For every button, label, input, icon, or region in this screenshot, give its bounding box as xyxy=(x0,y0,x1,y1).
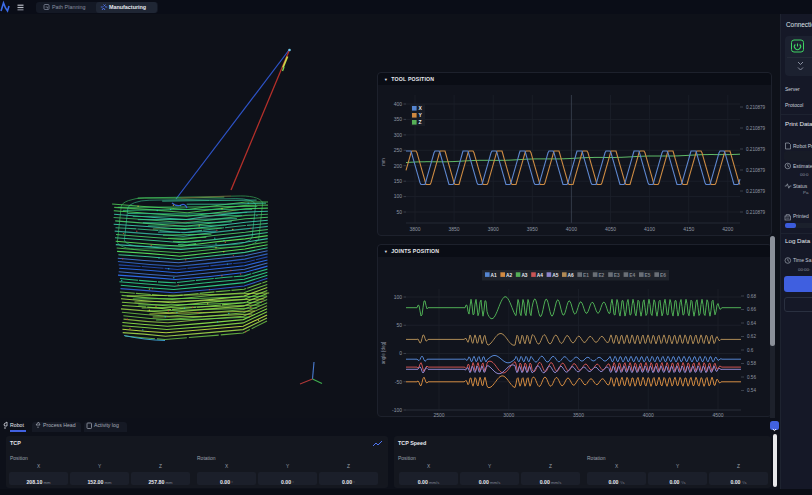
svg-text:300: 300 xyxy=(394,132,403,138)
svg-text:0.58: 0.58 xyxy=(747,361,756,366)
svg-text:0.56: 0.56 xyxy=(747,375,756,380)
svg-text:50: 50 xyxy=(396,209,402,215)
svg-text:angle [deg]: angle [deg] xyxy=(381,342,386,365)
svg-text:4000: 4000 xyxy=(643,412,654,418)
svg-text:4500: 4500 xyxy=(712,412,723,418)
svg-text:0.66: 0.66 xyxy=(747,307,756,312)
svg-text:350: 350 xyxy=(394,116,403,122)
svg-text:200: 200 xyxy=(394,163,403,169)
svg-text:Z: Z xyxy=(419,119,422,125)
svg-text:A3: A3 xyxy=(521,273,527,278)
svg-text:100: 100 xyxy=(394,294,403,300)
svg-text:0.64: 0.64 xyxy=(747,321,756,326)
svg-text:3850: 3850 xyxy=(449,226,460,232)
svg-text:0.68: 0.68 xyxy=(747,294,756,299)
svg-text:A6: A6 xyxy=(568,273,574,278)
svg-text:0: 0 xyxy=(399,350,402,356)
svg-text:mm: mm xyxy=(381,158,386,166)
svg-text:4200: 4200 xyxy=(722,226,733,232)
svg-text:4050: 4050 xyxy=(605,226,616,232)
svg-text:250: 250 xyxy=(394,147,403,153)
svg-text:400: 400 xyxy=(394,101,403,107)
svg-text:0.210879: 0.210879 xyxy=(746,105,766,110)
svg-text:3900: 3900 xyxy=(488,226,499,232)
svg-text:50: 50 xyxy=(396,322,402,328)
svg-text:3500: 3500 xyxy=(573,412,584,418)
svg-text:0.6: 0.6 xyxy=(747,348,754,353)
svg-text:0.54: 0.54 xyxy=(747,388,756,393)
svg-text:3000: 3000 xyxy=(503,412,514,418)
svg-text:0.210879: 0.210879 xyxy=(746,210,766,215)
svg-text:0.210879: 0.210879 xyxy=(746,189,766,194)
svg-text:A1: A1 xyxy=(491,273,497,278)
svg-text:E4: E4 xyxy=(629,273,635,278)
svg-text:E6: E6 xyxy=(660,273,666,278)
svg-text:A4: A4 xyxy=(537,273,543,278)
svg-text:E1: E1 xyxy=(583,273,589,278)
svg-text:0.210879: 0.210879 xyxy=(746,147,766,152)
svg-text:0.210879: 0.210879 xyxy=(746,168,766,173)
svg-text:A5: A5 xyxy=(552,273,558,278)
svg-text:3800: 3800 xyxy=(409,226,420,232)
svg-text:3950: 3950 xyxy=(527,226,538,232)
svg-text:150: 150 xyxy=(394,178,403,184)
svg-text:E5: E5 xyxy=(645,273,651,278)
svg-text:E3: E3 xyxy=(614,273,620,278)
svg-text:E2: E2 xyxy=(598,273,604,278)
svg-text:0.62: 0.62 xyxy=(747,334,756,339)
svg-text:4100: 4100 xyxy=(644,226,655,232)
svg-text:4000: 4000 xyxy=(566,226,577,232)
svg-text:-50: -50 xyxy=(395,379,402,385)
svg-text:-100: -100 xyxy=(392,407,402,413)
svg-text:2500: 2500 xyxy=(433,412,444,418)
svg-text:4150: 4150 xyxy=(683,226,694,232)
svg-text:0.210879: 0.210879 xyxy=(746,126,766,131)
svg-text:100: 100 xyxy=(394,193,403,199)
svg-text:A2: A2 xyxy=(506,273,512,278)
